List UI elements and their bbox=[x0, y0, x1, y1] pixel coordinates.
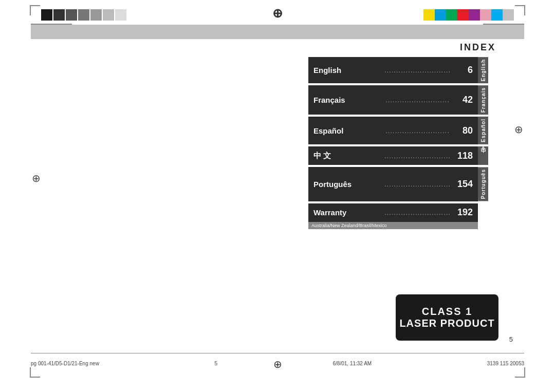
black-squares bbox=[41, 9, 126, 21]
crosshair-top-center: ⊕ bbox=[272, 6, 283, 21]
entry-label-espanol: Español bbox=[313, 126, 383, 135]
footer-divider bbox=[31, 353, 524, 353]
entry-label-english: English bbox=[313, 66, 383, 74]
entry-label-warranty: Warranty bbox=[313, 208, 383, 217]
warranty-subtitle: Australia/New Zealand/Brasil/Mexico bbox=[308, 222, 478, 229]
entry-label-portugues: Português bbox=[313, 180, 383, 189]
entry-page-portugues: 154 bbox=[452, 179, 473, 190]
crosshair-left: ⊕ bbox=[32, 172, 41, 184]
entry-page-francais: 42 bbox=[452, 95, 473, 105]
corner-mark-bottom-right bbox=[515, 367, 525, 378]
footer-date: 6/8/01, 11:32 AM bbox=[333, 361, 372, 366]
side-tab-portugues: Português bbox=[478, 167, 488, 201]
entry-dots-espanol: ........................... bbox=[383, 127, 452, 135]
entry-dots-portugues: ............................ bbox=[383, 180, 452, 188]
crosshair-right: ⊕ bbox=[514, 123, 523, 136]
side-tab-chinese: 中 文 bbox=[478, 146, 488, 165]
footer-center: 5 bbox=[214, 361, 217, 366]
index-entry-english: English ............................ 6 bbox=[308, 57, 478, 83]
entry-dots-warranty: ............................ bbox=[383, 209, 452, 216]
side-tab-english: English bbox=[478, 57, 488, 83]
index-row-francais: Français ........................... 42 … bbox=[308, 85, 524, 115]
crosshair-bottom-center: ⊕ bbox=[273, 358, 282, 370]
index-row-warranty: Warranty ............................ 19… bbox=[308, 203, 524, 229]
entry-label-chinese: 中 文 bbox=[313, 151, 383, 161]
entry-page-chinese: 118 bbox=[452, 151, 473, 161]
entry-page-warranty: 192 bbox=[452, 207, 473, 218]
index-entry-portugues: Português ............................ 1… bbox=[308, 167, 478, 201]
side-tab-espanol: Español bbox=[478, 117, 488, 144]
entry-dots-chinese: ............................ bbox=[383, 152, 452, 160]
entry-page-english: 6 bbox=[452, 65, 473, 76]
laser-class-text: CLASS 1 bbox=[422, 306, 472, 318]
side-tab-francais: Français bbox=[478, 85, 488, 115]
index-row-portugues: Português ............................ 1… bbox=[308, 167, 524, 201]
index-entry-chinese: 中 文 ............................ 118 bbox=[308, 146, 478, 165]
warranty-row-inner: Warranty ............................ 19… bbox=[308, 203, 524, 222]
index-entry-francais: Français ........................... 42 bbox=[308, 85, 478, 115]
page-number-right: 5 bbox=[509, 335, 513, 343]
laser-product-box: CLASS 1 LASER PRODUCT bbox=[396, 294, 498, 341]
gray-bar bbox=[31, 25, 524, 39]
footer-left: pg 001-41/D5-D1/21-Eng new bbox=[31, 361, 99, 366]
index-row-chinese: 中 文 ............................ 118 中 文 bbox=[308, 146, 524, 165]
index-title: INDEX bbox=[308, 42, 524, 53]
entry-page-espanol: 80 bbox=[452, 125, 473, 136]
footer-right: 3139 115 20053 bbox=[487, 361, 524, 366]
hline-left bbox=[31, 24, 72, 25]
index-entry-espanol: Español ........................... 80 bbox=[308, 117, 478, 144]
top-section: ⊕ bbox=[0, 0, 555, 46]
entry-label-francais: Français bbox=[313, 96, 383, 104]
corner-mark-bottom-left bbox=[30, 367, 40, 378]
index-row-espanol: Español ........................... 80 E… bbox=[308, 117, 524, 144]
hline-right bbox=[483, 24, 524, 25]
index-entries: English ............................ 6 E… bbox=[308, 57, 524, 231]
entry-dots-english: ............................ bbox=[383, 66, 452, 74]
entry-dots-francais: ........................... bbox=[383, 96, 452, 104]
color-squares bbox=[423, 9, 514, 21]
laser-product-text: LASER PRODUCT bbox=[399, 318, 494, 329]
index-row-english: English ............................ 6 E… bbox=[308, 57, 524, 83]
index-section: INDEX English ..........................… bbox=[308, 42, 524, 231]
index-entry-warranty: Warranty ............................ 19… bbox=[308, 203, 478, 222]
